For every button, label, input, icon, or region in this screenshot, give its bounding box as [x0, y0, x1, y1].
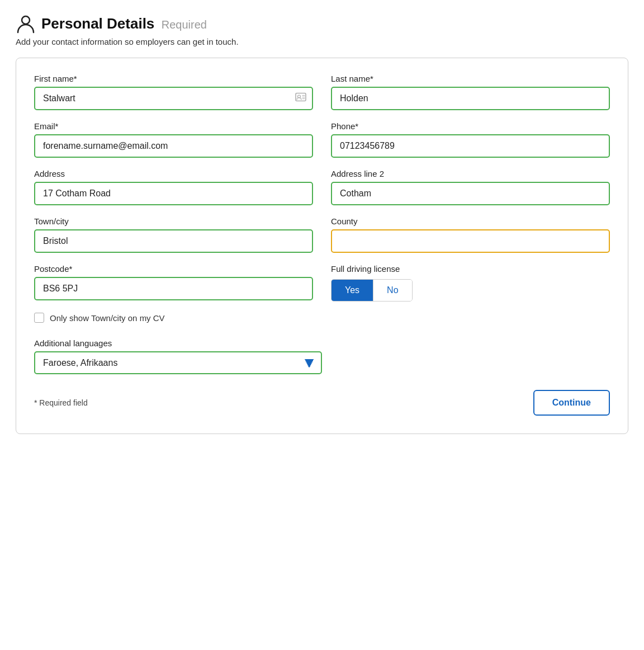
county-group: County	[331, 216, 610, 253]
required-note: * Required field	[34, 398, 88, 407]
additional-languages-group: Additional languages Faroese, Afrikaans …	[34, 338, 610, 374]
address2-input[interactable]	[331, 182, 610, 205]
last-name-group: Last name*	[331, 74, 610, 110]
first-name-input[interactable]	[34, 87, 313, 110]
required-badge: Required	[162, 18, 207, 31]
form-footer: * Required field Continue	[34, 390, 610, 416]
address-input[interactable]	[34, 182, 313, 205]
address2-group: Address line 2	[331, 169, 610, 205]
additional-languages-wrapper: Faroese, Afrikaans ⯆	[34, 351, 322, 374]
address-group: Address	[34, 169, 313, 205]
page-title: Personal Details Required	[41, 15, 207, 32]
town-only-label: Only show Town/city on my CV	[50, 313, 165, 323]
svg-point-0	[22, 16, 30, 24]
continue-button[interactable]: Continue	[533, 390, 610, 416]
town-input[interactable]	[34, 229, 313, 253]
page-subtitle: Add your contact information so employer…	[16, 37, 628, 46]
town-label: Town/city	[34, 216, 313, 226]
phone-input[interactable]	[331, 134, 610, 158]
first-name-wrapper	[34, 87, 313, 110]
town-group: Town/city	[34, 216, 313, 253]
last-name-input[interactable]	[331, 87, 610, 110]
last-name-label: Last name*	[331, 74, 610, 83]
postcode-group: Postcode*	[34, 264, 313, 302]
county-input[interactable]	[331, 229, 610, 253]
driving-yes-button[interactable]: Yes	[332, 280, 373, 301]
postcode-label: Postcode*	[34, 264, 313, 274]
address-label: Address	[34, 169, 313, 178]
driving-no-button[interactable]: No	[373, 280, 411, 301]
additional-languages-select[interactable]: Faroese, Afrikaans	[34, 351, 322, 374]
contact-card-icon	[295, 93, 306, 105]
phone-group: Phone*	[331, 121, 610, 158]
town-only-checkbox[interactable]	[34, 313, 44, 323]
email-input[interactable]	[34, 134, 313, 158]
checkbox-group: Only show Town/city on my CV	[34, 313, 610, 336]
email-label: Email*	[34, 121, 313, 131]
person-icon	[16, 13, 36, 34]
page-header: Personal Details Required	[16, 13, 628, 34]
first-name-group: First name*	[34, 74, 313, 110]
additional-languages-label: Additional languages	[34, 338, 610, 348]
phone-label: Phone*	[331, 121, 610, 131]
form-card: First name* Last name*	[16, 58, 628, 434]
email-group: Email*	[34, 121, 313, 158]
form-grid: First name* Last name*	[34, 74, 610, 374]
first-name-label: First name*	[34, 74, 313, 83]
driving-license-group: Full driving license Yes No	[331, 264, 610, 302]
address2-label: Address line 2	[331, 169, 610, 178]
driving-license-toggle: Yes No	[331, 279, 413, 302]
driving-license-label: Full driving license	[331, 264, 610, 274]
postcode-input[interactable]	[34, 277, 313, 300]
county-label: County	[331, 216, 610, 226]
